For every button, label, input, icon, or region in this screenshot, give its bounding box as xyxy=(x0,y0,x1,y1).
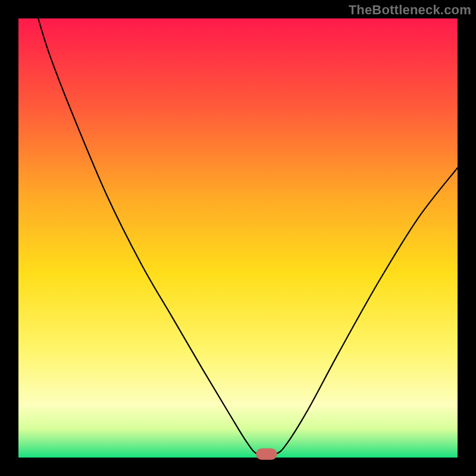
plot-background xyxy=(18,18,458,458)
watermark-text: TheBottleneck.com xyxy=(349,2,471,18)
optimal-point xyxy=(256,449,277,460)
bottleneck-chart xyxy=(0,0,476,476)
chart-frame: { "watermark": "TheBottleneck.com", "cha… xyxy=(0,0,476,476)
